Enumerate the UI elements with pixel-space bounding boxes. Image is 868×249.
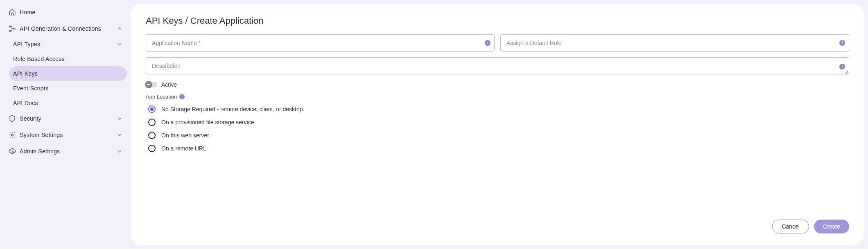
svg-rect-2 bbox=[14, 28, 15, 29]
chevron-down-icon bbox=[116, 115, 123, 122]
sidebar-item-api-docs[interactable]: API Docs bbox=[9, 96, 127, 110]
sidebar-item-admin-settings[interactable]: Admin Settings bbox=[4, 143, 127, 159]
sidebar-item-api-types[interactable]: API Types bbox=[9, 37, 127, 52]
field-application-name: i bbox=[146, 34, 495, 52]
main-panel: API Keys / Create Application i i i Acti… bbox=[131, 4, 864, 245]
chevron-down-icon bbox=[116, 132, 123, 138]
sidebar-item-api-generation[interactable]: API Generation & Connections bbox=[4, 20, 127, 37]
radio-icon bbox=[148, 145, 156, 152]
sidebar-item-home[interactable]: Home bbox=[4, 4, 127, 20]
sidebar-item-event-scripts[interactable]: Event Scripts bbox=[9, 81, 127, 96]
page-title: API Keys / Create Application bbox=[146, 16, 849, 26]
info-icon[interactable]: i bbox=[839, 40, 845, 46]
sidebar-label-role-based: Role Based Access bbox=[13, 56, 123, 62]
sidebar-label-event-scripts: Event Scripts bbox=[13, 85, 123, 92]
radio-icon bbox=[148, 132, 156, 139]
sidebar-label-system-settings: System Settings bbox=[20, 132, 116, 138]
home-icon bbox=[8, 8, 16, 16]
toggle-knob-icon bbox=[145, 81, 152, 88]
chevron-down-icon bbox=[116, 41, 123, 47]
cancel-button[interactable]: Cancel bbox=[772, 220, 809, 233]
sidebar-label-security: Security bbox=[20, 115, 116, 122]
active-toggle-row: Active bbox=[146, 81, 849, 88]
sidebar-label-api-keys: API Keys bbox=[13, 70, 123, 77]
application-name-input[interactable] bbox=[146, 34, 495, 52]
field-default-role: i bbox=[500, 34, 849, 52]
app-location-radio-group: No Storage Required - remote device, cli… bbox=[148, 105, 849, 152]
cloud-lock-icon bbox=[8, 147, 16, 155]
active-label: Active bbox=[161, 81, 177, 88]
svg-point-3 bbox=[11, 134, 14, 136]
form-row-1: i i bbox=[146, 34, 849, 52]
form-actions: Cancel Create bbox=[146, 220, 849, 233]
sidebar-label-api-docs: API Docs bbox=[13, 100, 123, 106]
radio-label-no-storage: No Storage Required - remote device, cli… bbox=[161, 106, 304, 112]
svg-rect-0 bbox=[9, 26, 11, 27]
info-icon[interactable]: i bbox=[485, 40, 491, 46]
sidebar: Home API Generation & Connections API Ty… bbox=[0, 0, 131, 249]
form-row-2: i bbox=[146, 57, 849, 76]
shield-icon bbox=[8, 114, 16, 123]
radio-label-web-server: On this web server. bbox=[161, 132, 210, 139]
create-button[interactable]: Create bbox=[814, 220, 849, 233]
chevron-up-icon bbox=[116, 25, 123, 32]
chevron-down-icon bbox=[116, 148, 123, 155]
radio-web-server[interactable]: On this web server. bbox=[148, 132, 849, 139]
radio-remote-url[interactable]: On a remote URL. bbox=[148, 145, 849, 152]
field-description: i bbox=[146, 57, 849, 76]
radio-label-remote-url: On a remote URL. bbox=[161, 145, 208, 152]
description-textarea[interactable] bbox=[146, 57, 849, 74]
radio-label-provisioned: On a provisioned file storage service. bbox=[161, 119, 255, 126]
sidebar-item-role-based-access[interactable]: Role Based Access bbox=[9, 52, 127, 66]
svg-rect-4 bbox=[12, 152, 14, 154]
sidebar-label-api-gen: API Generation & Connections bbox=[20, 25, 116, 32]
radio-provisioned[interactable]: On a provisioned file storage service. bbox=[148, 119, 849, 126]
default-role-input[interactable] bbox=[500, 34, 849, 52]
nodes-icon bbox=[8, 25, 16, 33]
radio-icon bbox=[148, 119, 156, 126]
sidebar-item-security[interactable]: Security bbox=[4, 110, 127, 127]
sidebar-item-system-settings[interactable]: System Settings bbox=[4, 127, 127, 143]
active-toggle[interactable] bbox=[146, 82, 157, 87]
sidebar-item-api-keys[interactable]: API Keys bbox=[9, 66, 127, 81]
app-location-text: App Location bbox=[146, 94, 177, 100]
radio-icon bbox=[148, 105, 156, 113]
sidebar-label-home: Home bbox=[20, 9, 123, 16]
sidebar-label-api-types: API Types bbox=[13, 41, 116, 47]
sidebar-submenu-api-gen: API Types Role Based Access API Keys Eve… bbox=[4, 37, 127, 110]
info-icon[interactable]: i bbox=[839, 64, 845, 70]
info-icon[interactable]: i bbox=[179, 94, 185, 99]
sidebar-label-admin-settings: Admin Settings bbox=[20, 148, 116, 155]
app-location-label: App Location i bbox=[146, 94, 849, 100]
svg-rect-1 bbox=[9, 30, 11, 31]
gear-icon bbox=[8, 131, 16, 139]
radio-no-storage[interactable]: No Storage Required - remote device, cli… bbox=[148, 105, 849, 113]
